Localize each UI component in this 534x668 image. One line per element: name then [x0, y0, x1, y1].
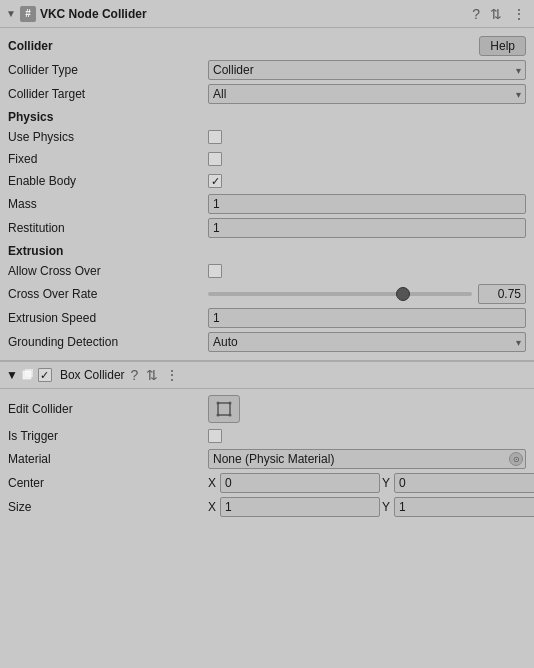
grounding-detection-control: Auto — [208, 332, 526, 352]
use-physics-checkbox[interactable] — [208, 130, 222, 144]
panel2-header-icons: ? ⇅ ⋮ — [129, 368, 181, 383]
material-row: Material ⊙ — [8, 447, 526, 471]
mass-row: Mass — [8, 192, 526, 216]
physics-section-title: Physics — [8, 106, 526, 126]
panel2-cube-icon — [22, 368, 34, 383]
grounding-detection-dropdown[interactable]: Auto — [208, 332, 526, 352]
edit-collider-row: Edit Collider — [8, 393, 526, 425]
panel1-header: ▼ # VKC Node Collider ? ⇅ ⋮ — [0, 0, 534, 28]
svg-point-7 — [229, 414, 232, 417]
size-y-label: Y — [382, 500, 392, 514]
allow-cross-over-row: Allow Cross Over — [8, 260, 526, 282]
cross-over-rate-row: Cross Over Rate — [8, 282, 526, 306]
extrusion-speed-control — [208, 308, 526, 328]
extrusion-speed-label: Extrusion Speed — [8, 311, 208, 325]
help-icon-btn[interactable]: ? — [470, 7, 482, 21]
panel2-content: Edit Collider Is Trigger — [0, 389, 534, 525]
size-x-label: X — [208, 500, 218, 514]
center-x-input[interactable] — [220, 473, 380, 493]
center-row: Center X Y Z — [8, 471, 526, 495]
panel1-header-icons: ? ⇅ ⋮ — [470, 7, 528, 21]
panel2-header: ▼ ✓ Box Collider ? ⇅ ⋮ — [0, 361, 534, 389]
collider-type-dropdown-wrapper: Collider — [208, 60, 526, 80]
settings-icon-btn[interactable]: ⇅ — [488, 7, 504, 21]
material-control: ⊙ — [208, 449, 526, 469]
more-icon-btn[interactable]: ⋮ — [510, 7, 528, 21]
panel2-more-icon-btn[interactable]: ⋮ — [163, 368, 181, 382]
panel1-hash-icon: # — [20, 6, 36, 22]
vkc-node-collider-panel: ▼ # VKC Node Collider ? ⇅ ⋮ Collider Hel… — [0, 0, 534, 361]
grounding-detection-dropdown-wrapper: Auto — [208, 332, 526, 352]
panel2-collapse-triangle[interactable]: ▼ — [6, 368, 18, 382]
mass-input[interactable] — [208, 194, 526, 214]
size-x-input[interactable] — [220, 497, 380, 517]
collider-type-control: Collider — [208, 60, 526, 80]
center-xyz-row: X Y Z — [208, 473, 534, 493]
material-input[interactable] — [208, 449, 526, 469]
svg-rect-1 — [25, 369, 33, 377]
use-physics-label: Use Physics — [8, 130, 208, 144]
center-control: X Y Z — [208, 473, 534, 493]
collider-type-dropdown[interactable]: Collider — [208, 60, 526, 80]
cross-over-rate-value[interactable] — [478, 284, 526, 304]
extrusion-speed-input[interactable] — [208, 308, 526, 328]
enable-body-label: Enable Body — [8, 174, 208, 188]
size-xyz-row: X Y Z — [208, 497, 534, 517]
cross-over-rate-control — [208, 284, 526, 304]
extrusion-section-title: Extrusion — [8, 240, 526, 260]
cross-over-rate-slider[interactable] — [208, 292, 472, 296]
use-physics-control — [208, 130, 526, 144]
grounding-detection-row: Grounding Detection Auto — [8, 330, 526, 354]
center-y-input[interactable] — [394, 473, 534, 493]
extrusion-speed-row: Extrusion Speed — [8, 306, 526, 330]
material-picker-btn[interactable]: ⊙ — [509, 452, 523, 466]
mass-label: Mass — [8, 197, 208, 211]
use-physics-row: Use Physics — [8, 126, 526, 148]
edit-collider-button[interactable] — [208, 395, 240, 423]
restitution-label: Restitution — [8, 221, 208, 235]
mass-control — [208, 194, 526, 214]
restitution-control — [208, 218, 526, 238]
collider-target-row: Collider Target All — [8, 82, 526, 106]
restitution-input[interactable] — [208, 218, 526, 238]
is-trigger-control — [208, 429, 526, 443]
center-x-label: X — [208, 476, 218, 490]
svg-rect-3 — [218, 403, 230, 415]
collider-header-row: Collider Help — [8, 32, 526, 58]
panel2-title: Box Collider — [60, 368, 125, 382]
fixed-label: Fixed — [8, 152, 208, 166]
size-control: X Y Z — [208, 497, 534, 517]
panel1-collapse-triangle[interactable]: ▼ — [6, 8, 16, 19]
allow-cross-over-label: Allow Cross Over — [8, 264, 208, 278]
collider-type-row: Collider Type Collider — [8, 58, 526, 82]
collider-type-label: Collider Type — [8, 63, 208, 77]
help-button[interactable]: Help — [479, 36, 526, 56]
box-collider-panel: ▼ ✓ Box Collider ? ⇅ ⋮ Edit Collider — [0, 361, 534, 525]
panel2-help-icon-btn[interactable]: ? — [129, 368, 141, 382]
fixed-row: Fixed — [8, 148, 526, 170]
material-label: Material — [8, 452, 208, 466]
allow-cross-over-control — [208, 264, 526, 278]
svg-point-5 — [229, 402, 232, 405]
cross-over-rate-label: Cross Over Rate — [8, 287, 208, 301]
enable-body-checkbox[interactable]: ✓ — [208, 174, 222, 188]
edit-collider-control — [208, 395, 526, 423]
fixed-checkbox[interactable] — [208, 152, 222, 166]
restitution-row: Restitution — [8, 216, 526, 240]
material-input-wrapper: ⊙ — [208, 449, 526, 469]
size-label: Size — [8, 500, 208, 514]
panel1-content: Collider Help Collider Type Collider Col… — [0, 28, 534, 360]
center-y-label: Y — [382, 476, 392, 490]
panel1-title: VKC Node Collider — [40, 7, 466, 21]
collider-target-dropdown-wrapper: All — [208, 84, 526, 104]
panel2-settings-icon-btn[interactable]: ⇅ — [144, 368, 160, 382]
fixed-control — [208, 152, 526, 166]
edit-collider-label: Edit Collider — [8, 402, 208, 416]
size-y-input[interactable] — [394, 497, 534, 517]
box-collider-enabled-checkbox[interactable]: ✓ — [38, 368, 52, 382]
size-row: Size X Y Z — [8, 495, 526, 519]
is-trigger-checkbox[interactable] — [208, 429, 222, 443]
center-label: Center — [8, 476, 208, 490]
collider-target-dropdown[interactable]: All — [208, 84, 526, 104]
allow-cross-over-checkbox[interactable] — [208, 264, 222, 278]
